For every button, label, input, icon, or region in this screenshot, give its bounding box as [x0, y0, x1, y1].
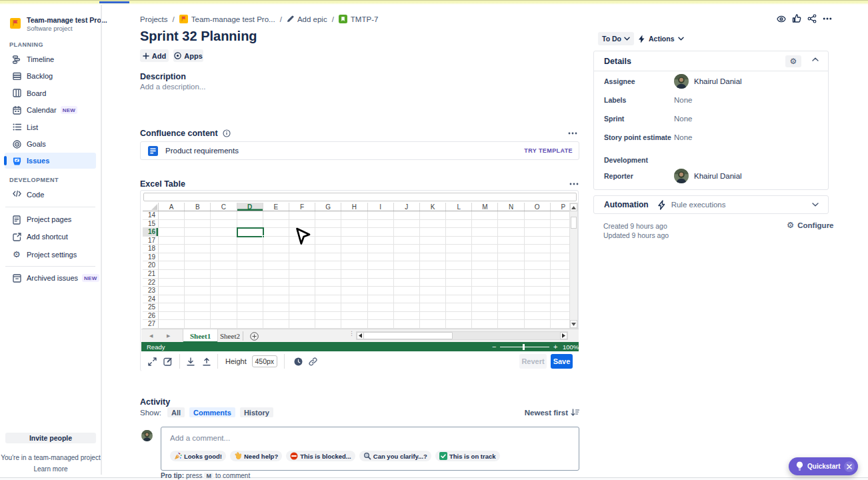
status-dropdown[interactable]: To Do	[598, 32, 634, 45]
more-icon[interactable]	[823, 14, 832, 23]
cell-d23[interactable]	[237, 287, 263, 295]
cell-g27[interactable]	[315, 320, 341, 329]
cell-o19[interactable]	[525, 253, 551, 262]
cell-k27[interactable]	[420, 320, 446, 329]
column-header-f[interactable]: F	[289, 203, 315, 211]
breadcrumb-project[interactable]: Team-manage test Pro...	[179, 15, 275, 23]
watch-icon[interactable]	[777, 14, 786, 23]
cell-c17[interactable]	[211, 237, 237, 245]
cell-d26[interactable]	[237, 312, 263, 321]
cell-o23[interactable]	[525, 287, 551, 295]
sidebar-item-list[interactable]: List	[5, 119, 96, 135]
cell-b19[interactable]	[185, 253, 211, 262]
quick-reply-can-you-clarify[interactable]: Can you clarify...?	[359, 451, 431, 461]
sidebar-item-board[interactable]: Board	[5, 85, 96, 101]
cell-k16[interactable]	[420, 228, 446, 237]
cell-m19[interactable]	[472, 253, 498, 262]
spreadsheet-grid[interactable]: ABCDEFGHIJKLMNOP 14151617181920212223242…	[143, 203, 569, 329]
cell-f20[interactable]	[289, 261, 315, 270]
cell-n22[interactable]	[498, 279, 524, 287]
column-header-i[interactable]: I	[368, 203, 394, 211]
actions-dropdown[interactable]: Actions	[638, 32, 684, 45]
filter-all[interactable]: All	[167, 407, 185, 417]
cell-c21[interactable]	[211, 270, 237, 279]
cell-g25[interactable]	[315, 303, 341, 312]
cell-p24[interactable]	[551, 295, 569, 304]
quickstart-button[interactable]: Quickstart	[789, 457, 858, 475]
cell-l24[interactable]	[446, 295, 472, 304]
cell-h23[interactable]	[341, 287, 367, 295]
row-header-24[interactable]: 24	[143, 295, 159, 304]
sidebar-item-add-shortcut[interactable]: Add shortcut	[5, 229, 96, 245]
cell-i26[interactable]	[368, 312, 394, 321]
horizontal-scroll-thumb[interactable]	[363, 332, 453, 339]
cell-k19[interactable]	[420, 253, 446, 262]
cell-p27[interactable]	[551, 320, 569, 329]
cell-p26[interactable]	[551, 312, 569, 321]
cell-o17[interactable]	[525, 237, 551, 245]
cell-e17[interactable]	[263, 237, 289, 245]
cell-p25[interactable]	[551, 303, 569, 312]
cell-h24[interactable]	[341, 295, 367, 304]
cell-g18[interactable]	[315, 245, 341, 253]
cell-f14[interactable]	[289, 211, 315, 220]
cell-m26[interactable]	[472, 312, 498, 321]
cell-e24[interactable]	[263, 295, 289, 304]
column-header-j[interactable]: J	[394, 203, 420, 211]
column-header-e[interactable]: E	[263, 203, 289, 211]
cell-l14[interactable]	[446, 211, 472, 220]
cell-i14[interactable]	[368, 211, 394, 220]
cell-n27[interactable]	[498, 320, 524, 329]
column-header-n[interactable]: N	[498, 203, 524, 211]
cell-l27[interactable]	[446, 320, 472, 329]
cell-d21[interactable]	[237, 270, 263, 279]
cell-e23[interactable]	[263, 287, 289, 295]
vertical-scroll-thumb[interactable]	[571, 217, 577, 229]
row-header-26[interactable]: 26	[143, 312, 159, 321]
cell-g24[interactable]	[315, 295, 341, 304]
history-icon[interactable]	[294, 357, 303, 366]
cell-m25[interactable]	[472, 303, 498, 312]
breadcrumb-issue-key[interactable]: TMTP-7	[339, 15, 379, 23]
cell-b15[interactable]	[185, 220, 211, 229]
cell-n26[interactable]	[498, 312, 524, 321]
cell-c26[interactable]	[211, 312, 237, 321]
row-header-25[interactable]: 25	[143, 303, 159, 312]
cell-p14[interactable]	[551, 211, 569, 220]
cell-a22[interactable]	[159, 279, 185, 287]
cell-b17[interactable]	[185, 237, 211, 245]
vertical-scrollbar[interactable]	[569, 203, 578, 329]
row-header-27[interactable]: 27	[143, 320, 159, 329]
cell-c16[interactable]	[211, 228, 237, 237]
cell-c23[interactable]	[211, 287, 237, 295]
row-header-20[interactable]: 20	[143, 261, 159, 270]
cell-j17[interactable]	[394, 237, 420, 245]
cell-c18[interactable]	[211, 245, 237, 253]
formula-bar[interactable]	[143, 193, 577, 201]
cell-j19[interactable]	[394, 253, 420, 262]
save-button[interactable]: Save	[551, 354, 573, 369]
cell-f27[interactable]	[289, 320, 315, 329]
cell-m27[interactable]	[472, 320, 498, 329]
cell-i18[interactable]	[368, 245, 394, 253]
sidebar-item-archived-issues[interactable]: Archived issuesNEW	[5, 270, 96, 286]
cell-b23[interactable]	[185, 287, 211, 295]
cell-e22[interactable]	[263, 279, 289, 287]
cell-o22[interactable]	[525, 279, 551, 287]
cell-o20[interactable]	[525, 261, 551, 270]
cell-d14[interactable]	[237, 211, 263, 220]
cell-j18[interactable]	[394, 245, 420, 253]
cell-a27[interactable]	[159, 320, 185, 329]
cell-o26[interactable]	[525, 312, 551, 321]
cell-m18[interactable]	[472, 245, 498, 253]
add-button[interactable]: Add	[140, 49, 169, 62]
cell-o16[interactable]	[525, 228, 551, 237]
cell-n14[interactable]	[498, 211, 524, 220]
breadcrumb-projects[interactable]: Projects	[140, 15, 168, 23]
cell-j23[interactable]	[394, 287, 420, 295]
sidebar-item-backlog[interactable]: Backlog	[5, 68, 96, 84]
cell-k21[interactable]	[420, 270, 446, 279]
column-header-m[interactable]: M	[472, 203, 498, 211]
cell-b18[interactable]	[185, 245, 211, 253]
tabs-next-icon[interactable]: ▶	[167, 333, 170, 339]
